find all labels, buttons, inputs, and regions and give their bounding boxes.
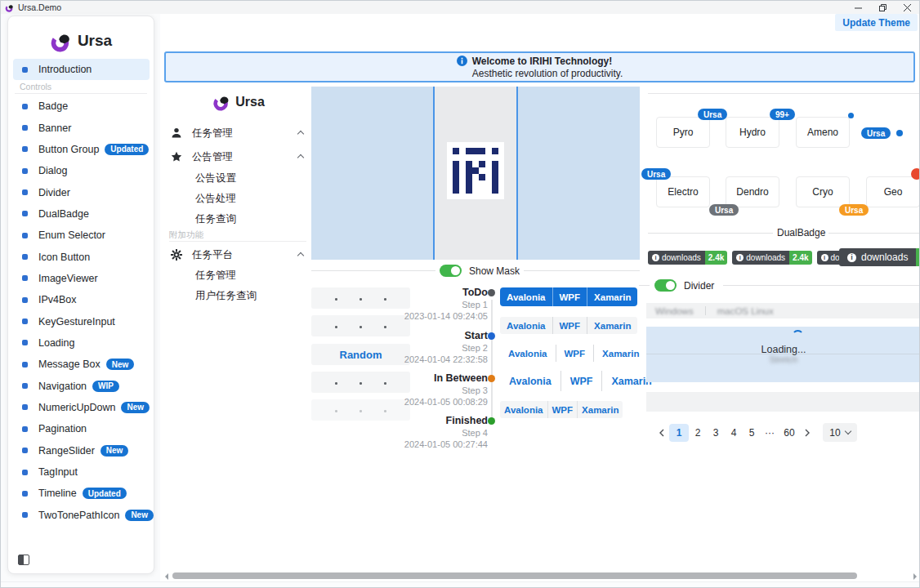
sidebar-item-dialog[interactable]: Dialog [13, 160, 150, 181]
sidebar-item-ipv4box[interactable]: IPv4Box [13, 289, 150, 310]
menu-item-task-platform[interactable]: 任务平台 [164, 247, 313, 263]
window-bottom-edge [1, 581, 919, 588]
sidebar-item-numericupdown[interactable]: NumericUpDownNew [13, 397, 150, 418]
close-button[interactable] [895, 1, 919, 14]
pagination-next-icon[interactable] [800, 424, 815, 442]
menu-item-task-management[interactable]: 任务管理 [164, 125, 313, 141]
sidebar-item-pagination[interactable]: Pagination [13, 418, 150, 439]
pagination-ellipsis[interactable]: ··· [761, 424, 779, 442]
sidebar-item-dualbadge[interactable]: DualBadge [13, 203, 150, 225]
update-theme-button[interactable]: Update Theme [835, 14, 918, 31]
timeline-time: 2024-01-05 00:08:29 [393, 396, 488, 408]
show-mask-control: Show Mask [440, 265, 520, 277]
sidebar-collapse-icon[interactable] [18, 555, 29, 565]
avalonia-button[interactable]: Avalonia [500, 345, 556, 362]
avalonia-button[interactable]: Avalonia [500, 401, 547, 418]
badge-card-cryo: Cryo [796, 176, 850, 207]
menu-subitem-announcement-processing[interactable]: 公告处理 [195, 191, 236, 206]
sidebar-item-imageviewer[interactable]: ImageViewer [13, 268, 150, 289]
sidebar-item-twotonepathicon[interactable]: TwoTonePathIconNew [13, 505, 150, 526]
sidebar-item-keygestureinput[interactable]: KeyGestureInput [13, 310, 150, 332]
timeline-entry-finished: Finished Step 4 2024-01-05 00:27:44 [393, 415, 488, 450]
timeline-step: Step 3 [393, 385, 488, 396]
sidebar-item-message-box[interactable]: Message BoxNew [13, 354, 150, 375]
gear-icon [171, 249, 182, 261]
sidebar-item-taginput[interactable]: TagInput [13, 461, 150, 483]
pagination-page-3[interactable]: 3 [707, 424, 725, 442]
sidebar-item-divider[interactable]: Divider [13, 181, 150, 203]
show-mask-toggle[interactable] [440, 265, 462, 277]
info-icon: i [652, 254, 659, 261]
menu-subitem-task-management[interactable]: 任务管理 [195, 268, 236, 283]
dualbadge-key: downloads [746, 253, 785, 262]
sidebar-item-loading[interactable]: Loading [13, 332, 150, 354]
avalonia-button[interactable]: Avalonia [500, 287, 552, 306]
wpf-button[interactable]: WPF [552, 317, 587, 334]
pagination-page-1[interactable]: 1 [669, 424, 689, 442]
navigation-menu: Ursa 任务管理 公告管理 公告设置 公告处理 任务查询 附加功能 [164, 87, 313, 307]
divider-line [648, 233, 773, 234]
scrollbar-thumb[interactable] [172, 572, 857, 579]
sidebar-item-label: TagInput [38, 466, 78, 478]
page-size-dropdown[interactable]: 10 [823, 423, 857, 442]
downloads-dualbadge: idownloads 2.4k [648, 251, 727, 265]
scroll-right-arrow[interactable] [913, 573, 917, 580]
status-badge: Updated [83, 488, 127, 499]
timeline-title: Finished [393, 415, 488, 427]
viewer-mask-left [311, 87, 434, 260]
bullet-icon [22, 404, 28, 410]
xamarin-button[interactable]: Xamarin [593, 345, 647, 362]
image-viewer[interactable] [311, 87, 640, 260]
avalonia-button[interactable]: Avalonia [500, 317, 552, 334]
wpf-button[interactable]: WPF [552, 287, 587, 306]
xamarin-button[interactable]: Xamarin [577, 401, 623, 418]
count-badge: 99+ [770, 109, 795, 120]
status-badge: New [125, 510, 154, 521]
horizontal-scrollbar [160, 572, 920, 581]
restore-button[interactable] [870, 1, 895, 14]
sidebar-item-button-group[interactable]: Button GroupUpdated [13, 139, 150, 160]
minimize-button[interactable] [846, 1, 870, 14]
divider-line [648, 93, 920, 94]
wpf-button[interactable]: WPF [556, 345, 594, 362]
pagination-prev-icon[interactable] [654, 424, 669, 442]
sidebar-item-badge[interactable]: Badge [13, 96, 150, 117]
menu-subitem-task-query[interactable]: 任务查询 [195, 212, 236, 226]
card-label: Cryo [812, 186, 833, 198]
pagination-page-60[interactable]: 60 [779, 424, 800, 442]
sidebar-item-icon-button[interactable]: Icon Button [13, 246, 150, 267]
sidebar-item-introduction[interactable]: Introduction [13, 59, 150, 80]
loading-text: Loading... [646, 344, 920, 355]
sidebar-item-enum-selector[interactable]: Enum Selector [13, 225, 150, 246]
xamarin-button[interactable]: Xamarin [587, 287, 637, 306]
pagination-page-4[interactable]: 4 [725, 424, 743, 442]
wpf-button[interactable]: WPF [547, 401, 578, 418]
empty-bar [646, 392, 920, 412]
badge-card-electro: Electro [656, 176, 710, 207]
sidebar-item-timeline[interactable]: TimelineUpdated [13, 483, 150, 504]
menu-subitem-announcement-settings[interactable]: 公告设置 [195, 171, 236, 185]
timeline-title: In Between [393, 372, 488, 385]
welcome-banner: Welcome to IRIHI Technology! Aesthetic r… [164, 51, 915, 82]
menu-item-announcement-management[interactable]: 公告管理 [164, 149, 313, 165]
sidebar-item-label: Loading [38, 337, 75, 349]
timeline-title: Start [393, 330, 488, 342]
menu-subitem-label: 用户任务查询 [195, 289, 257, 303]
divider-toggle[interactable] [654, 279, 677, 292]
xamarin-button[interactable]: Xamarin [587, 317, 637, 334]
info-icon: i [736, 254, 744, 261]
badge-card-hydro: Hydro [726, 117, 779, 148]
wpf-button[interactable]: WPF [560, 371, 602, 391]
pagination-page-5[interactable]: 5 [743, 424, 761, 442]
sidebar-item-label: Dialog [38, 165, 67, 176]
scroll-left-arrow[interactable] [165, 573, 168, 580]
loading-tabs-bar: Windows macOS Linux [646, 303, 920, 318]
menu-subitem-user-task-query[interactable]: 用户任务查询 [195, 288, 257, 303]
pagination-page-2[interactable]: 2 [689, 424, 707, 442]
sidebar-item-banner[interactable]: Banner [13, 117, 150, 138]
timeline-step: Step 2 [393, 342, 488, 354]
info-icon [457, 56, 467, 66]
sidebar-item-navigation[interactable]: NavigationWIP [13, 375, 150, 396]
sidebar-item-rangeslider[interactable]: RangeSliderNew [13, 440, 150, 461]
avalonia-button[interactable]: Avalonia [500, 371, 560, 391]
